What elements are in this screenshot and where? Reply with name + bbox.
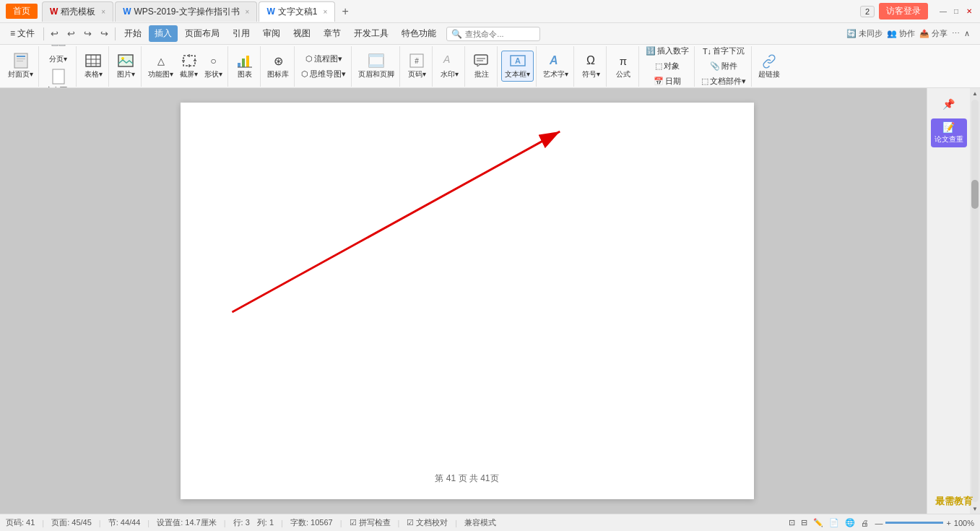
pagenum-button[interactable]: # 页码▾ xyxy=(404,51,430,81)
docpart-label: 文档部件▾ xyxy=(710,76,746,87)
sidebar-pin-button[interactable]: 📌 xyxy=(939,94,959,114)
menu-special[interactable]: 特色功能 xyxy=(396,25,442,42)
scroll-up-button[interactable]: ▲ xyxy=(970,88,980,98)
home-button[interactable]: 首页 xyxy=(6,4,38,19)
visitor-login-button[interactable]: 访客登录 xyxy=(879,3,928,20)
watermark-brand: 最需教育 xyxy=(935,495,973,508)
doccheck-checkbox-icon: ☑ xyxy=(407,518,414,527)
undo-redo-area: ↩ ↩ ↪ ↪ xyxy=(47,27,112,40)
textbox-button[interactable]: A 文本框▾ xyxy=(501,51,534,82)
sync-button[interactable]: 🔄 未同步 xyxy=(846,28,883,39)
zoom-plus-button[interactable]: + xyxy=(946,519,950,527)
tab-close-daoke[interactable]: × xyxy=(101,8,105,16)
tab-wps-guide[interactable]: W WPS-2019-文字操作指引书 × xyxy=(115,1,257,22)
section-icon xyxy=(50,45,67,53)
scroll-thumb[interactable] xyxy=(971,180,979,209)
shape-button[interactable]: ○ 形状▾ xyxy=(201,51,225,81)
share-button[interactable]: 📤 分享 xyxy=(919,28,948,39)
file-menu[interactable]: ≡ 文件 xyxy=(4,25,40,42)
tab-close-doc1[interactable]: × xyxy=(323,8,327,16)
cover-page-button[interactable]: 封面页▾ xyxy=(5,51,36,81)
function-graph-icon: △ xyxy=(152,53,170,69)
scroll-track[interactable] xyxy=(971,100,979,502)
iconlib-label: 图标库 xyxy=(267,69,289,79)
tab-doc1[interactable]: W 文字文稿1 × xyxy=(259,1,335,22)
document-page[interactable]: 第 41 页 共 41页 xyxy=(181,103,754,499)
insert-number-label: 插入数字 xyxy=(657,46,689,56)
math-button[interactable]: π 公式 xyxy=(610,51,636,81)
status-doccheck[interactable]: ☑ 文档校对 xyxy=(407,517,448,528)
image-button[interactable]: 图片▾ xyxy=(113,51,139,81)
section-button[interactable]: 分页▾ xyxy=(45,45,71,66)
flowchart-button[interactable]: ⬡ 流程图▾ xyxy=(303,52,345,66)
svg-rect-7 xyxy=(86,55,100,66)
left-margin xyxy=(0,88,195,514)
menu-chapter[interactable]: 章节 xyxy=(318,25,347,42)
print-mode-icon[interactable]: 🖨 xyxy=(861,519,869,527)
edit-mode-icon[interactable]: ✏️ xyxy=(813,518,823,527)
screenshot-button[interactable]: 截屏▾ xyxy=(177,51,201,81)
maximize-button[interactable]: □ xyxy=(951,7,961,17)
svg-text:A: A xyxy=(549,54,558,66)
menu-start[interactable]: 开始 xyxy=(118,25,147,42)
menu-layout[interactable]: 页面布局 xyxy=(179,25,225,42)
toolbar: 封面页▾ 分页▾ 空白页▾ 表格▾ xyxy=(0,45,980,88)
tab-daoke[interactable]: W 稻壳模板 × xyxy=(42,1,113,22)
headerfooter-icon xyxy=(368,53,385,69)
toolbar-right-actions: 🔄 未同步 👥 协作 📤 分享 ⋯ ∧ xyxy=(846,28,976,39)
collapse-button[interactable]: ∧ xyxy=(964,29,970,38)
redo-button2[interactable]: ↪ xyxy=(97,27,112,40)
tab-close-wps[interactable]: × xyxy=(246,8,250,16)
firstchar-button[interactable]: T↓ 首字下沉 xyxy=(700,45,747,58)
redo-button[interactable]: ↪ xyxy=(80,27,95,40)
view-mode-icon-1[interactable]: ⊡ xyxy=(789,518,795,527)
date-button[interactable]: 📅 日期 xyxy=(651,74,684,88)
function-graph-button[interactable]: △ 功能图▾ xyxy=(145,51,176,81)
blank-page-button[interactable]: 空白页▾ xyxy=(43,67,74,89)
paper-check-tool[interactable]: 📝 论文查重 xyxy=(931,118,967,147)
web-mode-icon[interactable]: 🌐 xyxy=(845,518,855,527)
zoom-level: 100% xyxy=(954,519,974,527)
new-tab-button[interactable]: + xyxy=(337,3,354,20)
search-input[interactable] xyxy=(465,30,530,38)
arttext-button[interactable]: A 艺术字▾ xyxy=(540,51,571,81)
attach-button[interactable]: 📎 附件 xyxy=(707,59,740,73)
more-options-button[interactable]: ⋯ xyxy=(952,29,960,38)
minimize-button[interactable]: — xyxy=(938,7,948,17)
menu-reference[interactable]: 引用 xyxy=(227,25,256,42)
iconlib-button[interactable]: ⊛ 图标库 xyxy=(264,51,292,81)
read-mode-icon[interactable]: 📄 xyxy=(829,518,839,527)
menu-view[interactable]: 视图 xyxy=(287,25,316,42)
scrollbar-right[interactable]: ▲ ▼ xyxy=(970,88,980,514)
comment-button[interactable]: 批注 xyxy=(469,51,495,81)
object-button[interactable]: ⬚ 对象 xyxy=(652,59,682,73)
image-icon xyxy=(117,53,134,69)
document-canvas[interactable]: 第 41 页 共 41页 xyxy=(0,88,927,514)
headerfooter-button[interactable]: 页眉和页脚 xyxy=(355,51,397,81)
firstchar-label: 首字下沉 xyxy=(713,46,745,56)
close-button[interactable]: ✕ xyxy=(964,7,974,17)
watermark-button[interactable]: A 水印▾ xyxy=(436,51,462,81)
mindmap-group: ⬡ 流程图▾ ⬡ 思维导图▾ xyxy=(296,46,352,87)
chart-button[interactable]: 图表 xyxy=(232,51,258,81)
collab-button[interactable]: 👥 协作 xyxy=(887,28,915,39)
symbol-icon: Ω xyxy=(582,53,599,69)
headerfooter-group: 页眉和页脚 xyxy=(353,46,400,87)
menu-insert[interactable]: 插入 xyxy=(149,25,178,42)
hyperlink-button[interactable]: 超链接 xyxy=(755,51,783,81)
insert-number-button[interactable]: 🔢 插入数字 xyxy=(643,45,692,58)
docpart-button[interactable]: ⬚ 文档部件▾ xyxy=(698,74,749,88)
zoom-slider[interactable] xyxy=(885,522,943,524)
svg-rect-24 xyxy=(369,54,383,57)
undo-button2[interactable]: ↩ xyxy=(64,27,79,40)
status-spellcheck[interactable]: ☑ 拼写检查 xyxy=(350,517,391,528)
menu-review[interactable]: 审阅 xyxy=(257,25,286,42)
function-graph-label: 功能图▾ xyxy=(148,69,173,79)
menu-devtools[interactable]: 开发工具 xyxy=(348,25,394,42)
view-mode-icon-2[interactable]: ⊟ xyxy=(801,518,807,527)
symbol-button[interactable]: Ω 符号▾ xyxy=(578,51,604,81)
table-button[interactable]: 表格▾ xyxy=(80,51,106,81)
mindmap-button[interactable]: ⬡ 思维导图▾ xyxy=(298,67,349,81)
zoom-minus-button[interactable]: — xyxy=(875,519,883,527)
undo-button[interactable]: ↩ xyxy=(47,27,62,40)
